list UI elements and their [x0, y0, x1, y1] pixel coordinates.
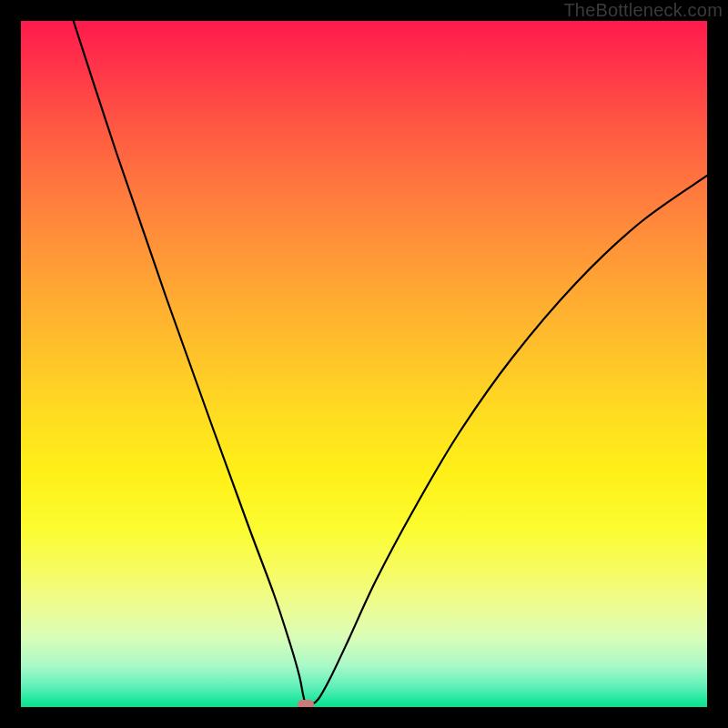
- bottleneck-curve: [21, 21, 707, 707]
- watermark-text: TheBottleneck.com: [563, 0, 723, 21]
- minimum-marker: [298, 700, 314, 707]
- chart-frame: [21, 21, 707, 707]
